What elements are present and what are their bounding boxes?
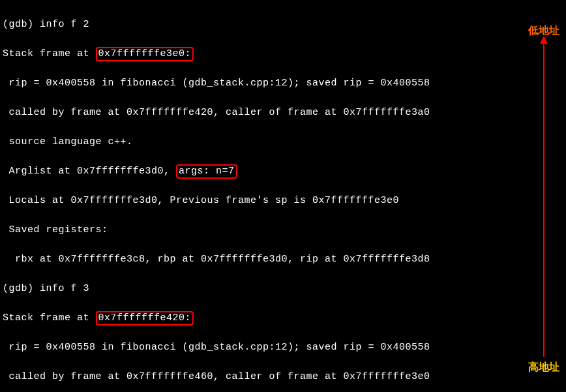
called-by-line: called by frame at 0x7fffffffe460, calle… bbox=[3, 370, 563, 385]
source-lang-line: source language c++. bbox=[3, 135, 563, 150]
frame-address-highlight: 0x7fffffffe3e0: bbox=[96, 47, 194, 61]
arglist-line: Arglist at 0x7fffffffe3d0, args: n=7 bbox=[3, 164, 563, 179]
locals-line: Locals at 0x7fffffffe3d0, Previous frame… bbox=[3, 194, 563, 209]
stack-frame-line: Stack frame at 0x7fffffffe420: bbox=[3, 311, 563, 326]
stack-frame-prefix: Stack frame at bbox=[3, 312, 96, 324]
frame-address-highlight: 0x7fffffffe420: bbox=[96, 311, 194, 325]
stack-frame-prefix: Stack frame at bbox=[3, 48, 96, 59]
rip-line: rip = 0x400558 in fibonacci (gdb_stack.c… bbox=[3, 340, 563, 355]
high-address-label: 高地址 bbox=[528, 359, 559, 375]
gdb-command: (gdb) info f 2 bbox=[3, 18, 563, 33]
memory-direction-annotation: 低地址 高地址 bbox=[528, 23, 559, 375]
arrow-up-icon bbox=[540, 36, 548, 44]
arrow-line bbox=[543, 41, 544, 357]
saved-registers-header: Saved registers: bbox=[3, 223, 563, 238]
gdb-command: (gdb) info f 3 bbox=[3, 282, 563, 297]
called-by-line: called by frame at 0x7fffffffe420, calle… bbox=[3, 106, 563, 121]
rip-line: rip = 0x400558 in fibonacci (gdb_stack.c… bbox=[3, 76, 563, 91]
gdb-terminal-output: (gdb) info f 2 Stack frame at 0x7fffffff… bbox=[3, 3, 563, 392]
stack-frame-line: Stack frame at 0x7fffffffe3e0: bbox=[3, 47, 563, 62]
arglist-prefix: Arglist at 0x7fffffffe3d0, bbox=[3, 166, 176, 177]
saved-registers-line: rbx at 0x7fffffffe3c8, rbp at 0x7fffffff… bbox=[3, 252, 563, 267]
args-highlight: args: n=7 bbox=[176, 164, 237, 179]
